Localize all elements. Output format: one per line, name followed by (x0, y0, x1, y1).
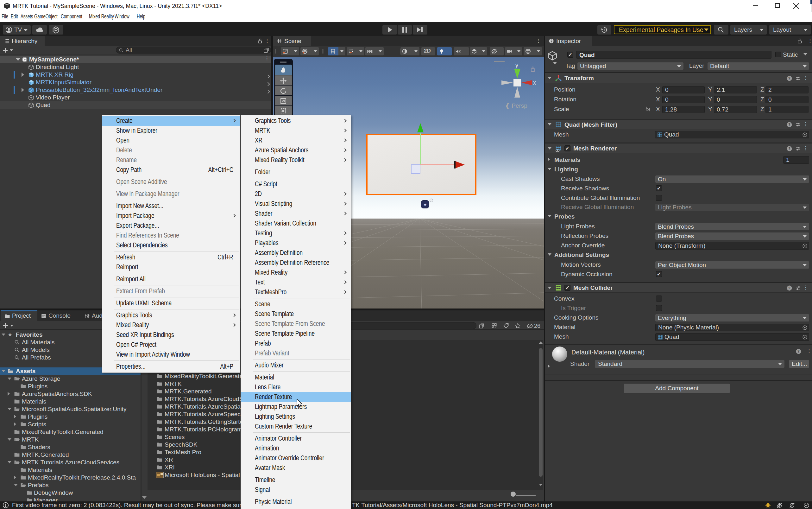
svg-text:x: x (533, 79, 536, 86)
svg-text:?: ? (788, 123, 790, 126)
svg-text:?: ? (788, 286, 790, 290)
svg-text:?: ? (788, 76, 790, 80)
svg-text:?: ? (788, 147, 790, 150)
svg-text:y: y (515, 62, 518, 68)
svg-text:Y: Y (333, 51, 335, 55)
svg-text:?: ? (798, 349, 800, 353)
